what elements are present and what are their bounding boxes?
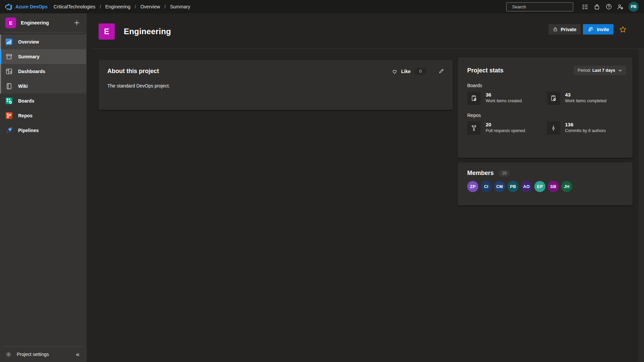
- search-box[interactable]: [506, 2, 573, 11]
- breadcrumb-hub[interactable]: Overview: [141, 4, 160, 9]
- user-avatar[interactable]: PB: [629, 2, 639, 12]
- chevron-down-icon: [618, 68, 622, 72]
- stat-value: 36: [486, 92, 522, 98]
- marketplace-icon[interactable]: [591, 0, 603, 13]
- sidebar-item-overview[interactable]: Overview: [0, 35, 86, 49]
- member-avatar[interactable]: PB: [507, 181, 519, 192]
- project-settings-button[interactable]: Project settings «: [0, 347, 86, 362]
- members-avatar-list: ZP CI CM PB AO EP SB JH: [467, 181, 623, 192]
- top-bar: Azure DevOps CriticalTechnologies / Engi…: [0, 0, 644, 13]
- period-dropdown[interactable]: Period: Last 7 days: [574, 66, 626, 75]
- like-count-badge: 0: [414, 68, 427, 75]
- sidebar-item-pipelines[interactable]: Pipelines: [0, 123, 86, 138]
- project-avatar-large: E: [99, 23, 115, 40]
- breadcrumb-org[interactable]: CriticalTechnologies: [54, 4, 96, 9]
- dashboards-icon: [5, 67, 13, 75]
- member-avatar[interactable]: EP: [534, 181, 545, 192]
- member-avatar[interactable]: AO: [521, 181, 532, 192]
- members-title: Members: [467, 170, 494, 177]
- plus-icon: [74, 20, 80, 26]
- sidebar-item-label: Overview: [18, 39, 39, 45]
- sidebar-item-label: Dashboards: [18, 69, 45, 74]
- user-settings-icon[interactable]: [614, 0, 626, 13]
- stat-commits: 136 Commits by 8 authors: [547, 121, 626, 135]
- stat-work-items-completed: 43 Work items completed: [547, 92, 626, 105]
- breadcrumb-page[interactable]: Summary: [170, 4, 190, 9]
- stat-work-items-created: 36 Work items created: [467, 92, 547, 105]
- sidebar-item-label: Boards: [18, 98, 34, 104]
- work-item-completed-icon: [547, 92, 560, 105]
- header-actions: Private Invite: [548, 24, 627, 35]
- sidebar: E Engineering Overview Summary: [0, 13, 87, 362]
- breadcrumb: CriticalTechnologies / Engineering / Ove…: [53, 4, 191, 9]
- members-count-badge: 20: [498, 170, 510, 177]
- project-name: Engineering: [21, 20, 72, 25]
- invite-people-icon: [587, 26, 594, 32]
- pull-request-icon: [467, 121, 481, 135]
- visibility-button[interactable]: Private: [548, 24, 581, 35]
- stat-label: Commits by 8 authors: [565, 128, 606, 133]
- stats-section-repos: Repos: [467, 113, 626, 118]
- sidebar-item-boards[interactable]: Boards: [0, 94, 86, 108]
- sidebar-item-label: Pipelines: [18, 128, 39, 133]
- like-button[interactable]: Like 0: [391, 68, 427, 75]
- lock-icon: [553, 27, 558, 32]
- breadcrumb-project[interactable]: Engineering: [105, 4, 130, 9]
- member-avatar[interactable]: CM: [494, 181, 505, 192]
- member-avatar[interactable]: SB: [548, 181, 559, 192]
- invite-button[interactable]: Invite: [583, 24, 613, 35]
- stat-pull-requests: 20 Pull requests opened: [467, 121, 547, 135]
- overview-icon: [5, 38, 13, 46]
- search-input[interactable]: [512, 4, 571, 9]
- main-content: E Engineering Private Invite About this …: [87, 13, 644, 362]
- boards-icon: [5, 97, 13, 105]
- heart-icon: [391, 68, 398, 74]
- sidebar-item-dashboards[interactable]: Dashboards: [0, 64, 86, 79]
- commit-icon: [547, 121, 560, 135]
- member-avatar[interactable]: CI: [481, 181, 492, 192]
- stats-section-boards: Boards: [467, 83, 626, 88]
- stats-title: Project stats: [467, 67, 574, 74]
- stat-value: 20: [486, 122, 525, 127]
- help-icon[interactable]: [603, 0, 614, 13]
- stat-value: 136: [565, 122, 606, 127]
- sidebar-item-label: Summary: [18, 54, 40, 59]
- collapse-sidebar-icon[interactable]: «: [73, 351, 82, 358]
- my-work-items-icon[interactable]: [579, 0, 591, 13]
- visibility-label: Private: [561, 27, 577, 32]
- breadcrumb-separator: /: [135, 4, 136, 9]
- gear-icon: [5, 351, 12, 358]
- work-item-created-icon: [467, 92, 481, 105]
- sidebar-nav: Overview Summary Dashboards Wiki: [0, 35, 86, 138]
- edit-about-button[interactable]: [438, 68, 444, 74]
- sidebar-item-wiki[interactable]: Wiki: [0, 79, 86, 94]
- member-avatar[interactable]: ZP: [467, 181, 478, 192]
- scrollbar-track[interactable]: [639, 49, 644, 362]
- sidebar-project-row[interactable]: E Engineering: [0, 13, 86, 32]
- about-title: About this project: [107, 68, 391, 75]
- like-label: Like: [401, 69, 411, 74]
- summary-icon: [5, 53, 13, 61]
- azure-devops-logo-icon[interactable]: [5, 3, 12, 11]
- add-project-item-button[interactable]: [72, 18, 82, 27]
- page-title: Engineering: [124, 27, 171, 36]
- invite-label: Invite: [597, 27, 609, 32]
- stat-label: Pull requests opened: [486, 128, 525, 133]
- members-card: Members 20 ZP CI CM PB AO EP SB JH: [458, 162, 633, 205]
- sidebar-footer: Project settings «: [0, 346, 86, 362]
- breadcrumb-separator: /: [164, 4, 166, 9]
- sidebar-item-label: Repos: [18, 113, 33, 118]
- pipelines-icon: [5, 126, 13, 134]
- stat-value: 43: [565, 92, 606, 98]
- product-name[interactable]: Azure DevOps: [15, 4, 48, 9]
- project-header: E Engineering: [99, 23, 171, 40]
- sidebar-item-summary[interactable]: Summary: [0, 49, 86, 64]
- member-avatar[interactable]: JH: [561, 181, 572, 192]
- repos-icon: [5, 112, 13, 120]
- sidebar-item-label: Wiki: [18, 83, 28, 89]
- favorite-star-icon[interactable]: [619, 26, 627, 33]
- overview-group: Overview Summary Dashboards Wiki: [0, 35, 86, 94]
- project-avatar: E: [5, 17, 16, 28]
- sidebar-item-repos[interactable]: Repos: [0, 108, 86, 123]
- project-stats-card: Project stats Period: Last 7 days Boards…: [458, 57, 633, 158]
